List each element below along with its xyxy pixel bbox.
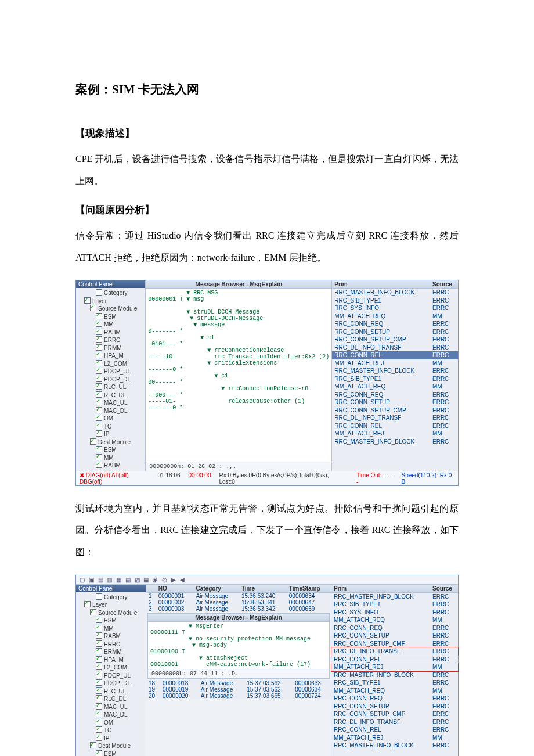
tree-node[interactable]: HPA_M — [78, 656, 143, 664]
tree-node[interactable]: ERRC — [78, 336, 143, 344]
tree-node[interactable]: Layer — [78, 601, 143, 609]
prim-row[interactable]: RRC_CONN_SETUP_CMPERRC — [331, 640, 458, 648]
prim-row[interactable]: RRC_SYS_INFOERRC — [331, 609, 458, 617]
prim-row[interactable]: RRC_SYS_INFOERRC — [332, 304, 458, 312]
checkbox-icon[interactable] — [96, 446, 102, 452]
prim-row[interactable]: MM_ATTACH_REQMM — [332, 383, 458, 391]
prim-row[interactable]: RRC_CONN_RELERRC — [332, 422, 458, 430]
checkbox-icon[interactable] — [96, 703, 102, 710]
checkbox-icon[interactable] — [96, 711, 102, 717]
checkbox-icon[interactable] — [84, 601, 91, 607]
checkbox-icon[interactable] — [96, 672, 102, 678]
tree-node[interactable]: OM — [78, 719, 143, 727]
tree-node[interactable]: ESM — [78, 313, 143, 321]
tree-node[interactable]: IP — [78, 735, 143, 743]
tree-node[interactable]: MM — [78, 454, 143, 462]
prim-row[interactable]: RRC_MASTER_INFO_BLOCKERRC — [331, 671, 458, 679]
prim-row[interactable]: RRC_CONN_SETUP_CMPERRC — [332, 406, 458, 415]
checkbox-icon[interactable] — [96, 368, 102, 374]
checkbox-icon[interactable] — [96, 462, 102, 468]
checkbox-icon[interactable] — [96, 719, 102, 725]
tree-node[interactable]: PDCP_UL — [78, 672, 143, 680]
prim-row[interactable]: RRC_CONN_REQERRC — [332, 320, 458, 328]
tree-node[interactable]: RLC_UL — [78, 383, 143, 391]
prim-row[interactable]: RRC_DL_INFO_TRANSFERRC — [332, 414, 458, 422]
tree-node[interactable]: MM — [78, 321, 143, 329]
prim-row[interactable]: RRC_CONN_SETUP_CMPERRC — [332, 336, 458, 344]
prim-row[interactable]: RRC_CONN_REQERRC — [331, 624, 458, 632]
tree-node[interactable]: PDCP_UL — [78, 368, 143, 376]
msg-row[interactable]: 1900000019Air Message15:37:03.5620000063… — [146, 686, 331, 693]
tree-node[interactable]: L2_COM — [78, 360, 143, 368]
checkbox-icon[interactable] — [96, 344, 102, 351]
checkbox-icon[interactable] — [96, 695, 102, 701]
prim-row[interactable]: RRC_SIB_TYPE1ERRC — [331, 600, 458, 609]
tree-node[interactable]: PDCP_DL — [78, 376, 143, 384]
msg-row[interactable]: 300000003Air Message15:36:53.34200000659 — [146, 606, 331, 612]
checkbox-icon[interactable] — [96, 664, 102, 670]
checkbox-icon[interactable] — [90, 742, 96, 748]
tree-node[interactable]: ESM — [78, 446, 143, 454]
checkbox-icon[interactable] — [96, 625, 102, 631]
tree-node[interactable]: RABM — [78, 329, 143, 337]
tree-node[interactable]: MAC_DL — [78, 407, 143, 415]
checkbox-icon[interactable] — [96, 415, 102, 421]
prim-row[interactable]: RRC_MASTER_INFO_BLOCKERRC — [332, 289, 458, 297]
checkbox-icon[interactable] — [96, 399, 102, 405]
prim-row[interactable]: RRC_CONN_RELERRC — [331, 656, 458, 664]
tree-node[interactable]: IP — [78, 430, 143, 438]
tree-node[interactable]: ESM — [78, 617, 143, 625]
prim-row[interactable]: RRC_MASTER_INFO_BLOCKERRC — [331, 741, 458, 750]
tree-node[interactable]: OM — [78, 415, 143, 423]
checkbox-icon[interactable] — [96, 383, 102, 390]
checkbox-icon[interactable] — [96, 617, 102, 623]
checkbox-icon[interactable] — [96, 640, 102, 647]
tree-node[interactable]: Dest Module — [78, 742, 143, 750]
checkbox-icon[interactable] — [96, 360, 102, 366]
tree-node[interactable]: Dest Module — [78, 438, 143, 447]
tree-node[interactable]: MAC_UL — [78, 399, 143, 407]
prim-row[interactable]: RRC_DL_INFO_TRANSFERRC — [331, 718, 458, 726]
prim-row[interactable]: MM_ATTACH_REJMM — [331, 663, 458, 671]
checkbox-icon[interactable] — [96, 593, 102, 600]
checkbox-icon[interactable] — [96, 679, 102, 686]
tree-node[interactable]: TC — [78, 423, 143, 431]
prim-row[interactable]: RRC_CONN_SETUPERRC — [331, 703, 458, 711]
tree-node[interactable]: RABM — [78, 462, 143, 470]
msg-row[interactable]: 2000000020Air Message15:37:03.6650000072… — [146, 693, 331, 699]
tree-node[interactable]: ESM — [78, 750, 143, 756]
prim-row[interactable]: RRC_SIB_TYPE1ERRC — [332, 297, 458, 305]
tree-node[interactable]: L2_COM — [78, 664, 143, 672]
prim-row[interactable]: RRC_SIB_TYPE1ERRC — [331, 679, 458, 687]
tree-node[interactable]: Source Module — [78, 305, 143, 313]
prim-row[interactable]: RRC_MASTER_INFO_BLOCKERRC — [332, 367, 458, 375]
checkbox-icon[interactable] — [96, 376, 102, 382]
msg-row[interactable]: 100000001Air Message15:36:53.24000000634 — [146, 592, 331, 599]
msg-row[interactable]: 200000002Air Message15:36:53.34100000647 — [146, 599, 331, 606]
checkbox-icon[interactable] — [96, 735, 102, 741]
prim-row[interactable]: RRC_CONN_SETUPERRC — [332, 328, 458, 336]
prim-row[interactable]: RRC_CONN_RELERRC — [331, 726, 458, 734]
prim-row[interactable]: MM_ATTACH_REJMM — [331, 734, 458, 742]
tree-node[interactable]: HPA_M — [78, 352, 143, 360]
tree-node[interactable]: Source Module — [78, 609, 143, 617]
prim-row[interactable]: RRC_MASTER_INFO_BLOCKERRC — [332, 438, 458, 446]
checkbox-icon[interactable] — [96, 321, 102, 327]
tree-node[interactable]: MAC_DL — [78, 711, 143, 719]
tree-node[interactable]: ERMM — [78, 344, 143, 352]
prim-row[interactable]: RRC_CONN_RELERRC — [332, 351, 458, 359]
prim-row[interactable]: RRC_CONN_REQERRC — [331, 694, 458, 703]
tree-node[interactable]: ERMM — [78, 648, 143, 656]
tree-node[interactable]: Layer — [78, 297, 143, 305]
prim-row[interactable]: MM_ATTACH_REJMM — [332, 430, 458, 438]
checkbox-icon[interactable] — [96, 687, 102, 694]
prim-row[interactable]: RRC_CONN_SETUP_CMPERRC — [331, 710, 458, 718]
checkbox-icon[interactable] — [90, 305, 96, 311]
checkbox-icon[interactable] — [90, 609, 96, 615]
prim-row[interactable]: MM_ATTACH_REQMM — [332, 312, 458, 321]
tree-node[interactable]: RLC_DL — [78, 391, 143, 399]
checkbox-icon[interactable] — [96, 726, 102, 733]
tree-node[interactable]: TC — [78, 726, 143, 735]
checkbox-icon[interactable] — [96, 656, 102, 663]
checkbox-icon[interactable] — [96, 750, 102, 756]
